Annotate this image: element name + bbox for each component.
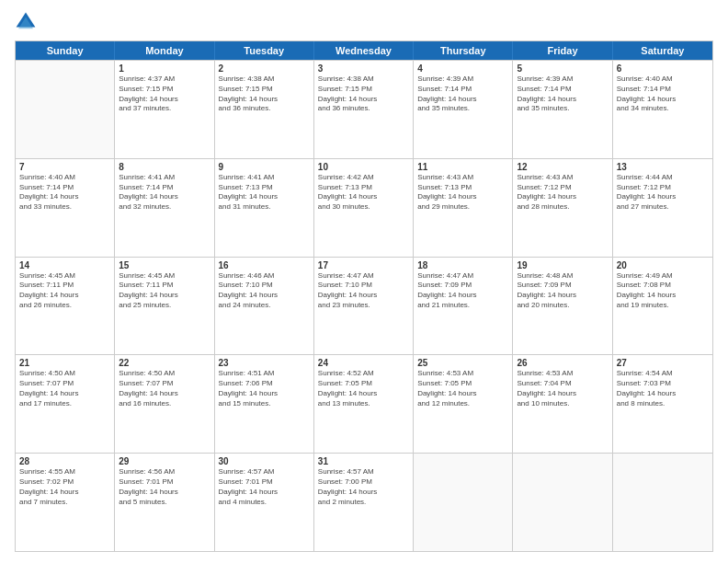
cell-info: Sunrise: 4:47 AMSunset: 7:09 PMDaylight:… [417,271,508,311]
cell-day-number: 20 [617,260,709,270]
cell-info: Sunrise: 4:48 AMSunset: 7:09 PMDaylight:… [517,271,608,311]
header [15,11,713,33]
cell-info: Sunrise: 4:55 AMSunset: 7:02 PMDaylight:… [19,467,110,507]
logo [15,11,40,33]
calendar-cell: 29Sunrise: 4:56 AMSunset: 7:01 PMDayligh… [115,454,214,551]
calendar-cell: 21Sunrise: 4:50 AMSunset: 7:07 PMDayligh… [16,355,115,453]
calendar: SundayMondayTuesdayWednesdayThursdayFrid… [15,40,713,552]
calendar-row: 14Sunrise: 4:45 AMSunset: 7:11 PMDayligh… [16,257,712,355]
cell-info: Sunrise: 4:43 AMSunset: 7:12 PMDaylight:… [517,173,608,213]
calendar-cell: 11Sunrise: 4:43 AMSunset: 7:13 PMDayligh… [414,159,513,257]
calendar-cell: 16Sunrise: 4:46 AMSunset: 7:10 PMDayligh… [215,258,314,355]
cell-day-number: 8 [119,162,210,172]
calendar-row: 21Sunrise: 4:50 AMSunset: 7:07 PMDayligh… [16,354,712,453]
calendar-cell: 24Sunrise: 4:52 AMSunset: 7:05 PMDayligh… [314,355,414,453]
calendar-cell: 1Sunrise: 4:37 AMSunset: 7:15 PMDaylight… [115,61,214,158]
calendar-cell: 30Sunrise: 4:57 AMSunset: 7:01 PMDayligh… [215,454,314,551]
calendar-cell: 2Sunrise: 4:38 AMSunset: 7:15 PMDaylight… [215,61,314,158]
cell-day-number: 14 [19,260,110,270]
cell-info: Sunrise: 4:50 AMSunset: 7:07 PMDaylight:… [119,369,210,408]
cell-day-number: 3 [318,63,409,74]
cell-day-number: 4 [417,63,508,74]
cell-info: Sunrise: 4:47 AMSunset: 7:10 PMDaylight:… [318,271,409,311]
cell-info: Sunrise: 4:53 AMSunset: 7:05 PMDaylight:… [417,369,508,408]
cell-info: Sunrise: 4:45 AMSunset: 7:11 PMDaylight:… [19,271,110,311]
calendar-row: 28Sunrise: 4:55 AMSunset: 7:02 PMDayligh… [16,453,712,551]
cell-day-number: 23 [219,358,310,368]
calendar-cell [513,454,612,551]
calendar-cell: 15Sunrise: 4:45 AMSunset: 7:11 PMDayligh… [115,258,214,355]
cell-info: Sunrise: 4:46 AMSunset: 7:10 PMDaylight:… [219,271,310,311]
cell-day-number: 25 [417,358,508,368]
calendar-cell: 25Sunrise: 4:53 AMSunset: 7:05 PMDayligh… [414,355,513,453]
cell-info: Sunrise: 4:41 AMSunset: 7:13 PMDaylight:… [219,173,310,213]
cell-info: Sunrise: 4:52 AMSunset: 7:05 PMDaylight:… [318,369,409,408]
calendar-cell: 5Sunrise: 4:39 AMSunset: 7:14 PMDaylight… [513,61,612,158]
cell-day-number: 31 [318,456,409,466]
calendar-cell: 8Sunrise: 4:41 AMSunset: 7:14 PMDaylight… [115,159,214,257]
calendar-cell [414,454,513,551]
cell-info: Sunrise: 4:57 AMSunset: 7:01 PMDaylight:… [219,467,310,507]
cell-day-number: 18 [417,260,508,270]
cell-day-number: 24 [318,358,409,368]
cell-day-number: 17 [318,260,409,270]
calendar-header: SundayMondayTuesdayWednesdayThursdayFrid… [16,41,712,60]
cell-day-number: 6 [617,63,709,74]
cell-day-number: 9 [219,162,310,172]
calendar-cell: 6Sunrise: 4:40 AMSunset: 7:14 PMDaylight… [613,61,712,158]
cell-info: Sunrise: 4:51 AMSunset: 7:06 PMDaylight:… [219,369,310,408]
cell-day-number: 12 [517,162,608,172]
calendar-cell: 17Sunrise: 4:47 AMSunset: 7:10 PMDayligh… [314,258,414,355]
cell-day-number: 1 [119,63,210,74]
calendar-cell [16,61,115,158]
calendar-cell: 13Sunrise: 4:44 AMSunset: 7:12 PMDayligh… [613,159,712,257]
cell-info: Sunrise: 4:40 AMSunset: 7:14 PMDaylight:… [19,173,110,213]
cell-day-number: 11 [417,162,508,172]
weekday-header: Thursday [414,41,513,60]
cell-info: Sunrise: 4:50 AMSunset: 7:07 PMDaylight:… [19,369,110,408]
cell-day-number: 30 [219,456,310,466]
cell-day-number: 15 [119,260,210,270]
weekday-header: Sunday [16,41,115,60]
cell-day-number: 21 [19,358,110,368]
cell-info: Sunrise: 4:41 AMSunset: 7:14 PMDaylight:… [119,173,210,213]
cell-day-number: 13 [617,162,709,172]
cell-info: Sunrise: 4:37 AMSunset: 7:15 PMDaylight:… [119,75,210,114]
cell-day-number: 7 [19,162,110,172]
calendar-cell: 14Sunrise: 4:45 AMSunset: 7:11 PMDayligh… [16,258,115,355]
calendar-cell [613,454,712,551]
calendar-cell: 27Sunrise: 4:54 AMSunset: 7:03 PMDayligh… [613,355,712,453]
cell-day-number: 5 [517,63,608,74]
cell-info: Sunrise: 4:54 AMSunset: 7:03 PMDaylight:… [617,369,709,408]
calendar-cell: 7Sunrise: 4:40 AMSunset: 7:14 PMDaylight… [16,159,115,257]
calendar-cell: 4Sunrise: 4:39 AMSunset: 7:14 PMDaylight… [414,61,513,158]
calendar-row: 1Sunrise: 4:37 AMSunset: 7:15 PMDaylight… [16,60,712,158]
calendar-body: 1Sunrise: 4:37 AMSunset: 7:15 PMDaylight… [16,60,712,551]
calendar-cell: 3Sunrise: 4:38 AMSunset: 7:15 PMDaylight… [314,61,414,158]
cell-info: Sunrise: 4:44 AMSunset: 7:12 PMDaylight:… [617,173,709,213]
cell-day-number: 22 [119,358,210,368]
weekday-header: Saturday [613,41,712,60]
cell-day-number: 10 [318,162,409,172]
cell-day-number: 16 [219,260,310,270]
cell-info: Sunrise: 4:42 AMSunset: 7:13 PMDaylight:… [318,173,409,213]
cell-day-number: 27 [617,358,709,368]
cell-info: Sunrise: 4:53 AMSunset: 7:04 PMDaylight:… [517,369,608,408]
cell-day-number: 2 [219,63,310,74]
calendar-cell: 12Sunrise: 4:43 AMSunset: 7:12 PMDayligh… [513,159,612,257]
calendar-cell: 23Sunrise: 4:51 AMSunset: 7:06 PMDayligh… [215,355,314,453]
calendar-cell: 28Sunrise: 4:55 AMSunset: 7:02 PMDayligh… [16,454,115,551]
calendar-cell: 18Sunrise: 4:47 AMSunset: 7:09 PMDayligh… [414,258,513,355]
weekday-header: Friday [513,41,612,60]
cell-info: Sunrise: 4:45 AMSunset: 7:11 PMDaylight:… [119,271,210,311]
cell-info: Sunrise: 4:38 AMSunset: 7:15 PMDaylight:… [318,75,409,114]
cell-info: Sunrise: 4:40 AMSunset: 7:14 PMDaylight:… [617,75,709,114]
cell-day-number: 28 [19,456,110,466]
calendar-cell: 10Sunrise: 4:42 AMSunset: 7:13 PMDayligh… [314,159,414,257]
calendar-cell: 31Sunrise: 4:57 AMSunset: 7:00 PMDayligh… [314,454,414,551]
cell-day-number: 19 [517,260,608,270]
cell-info: Sunrise: 4:57 AMSunset: 7:00 PMDaylight:… [318,467,409,507]
cell-info: Sunrise: 4:49 AMSunset: 7:08 PMDaylight:… [617,271,709,311]
calendar-cell: 22Sunrise: 4:50 AMSunset: 7:07 PMDayligh… [115,355,214,453]
calendar-cell: 9Sunrise: 4:41 AMSunset: 7:13 PMDaylight… [215,159,314,257]
